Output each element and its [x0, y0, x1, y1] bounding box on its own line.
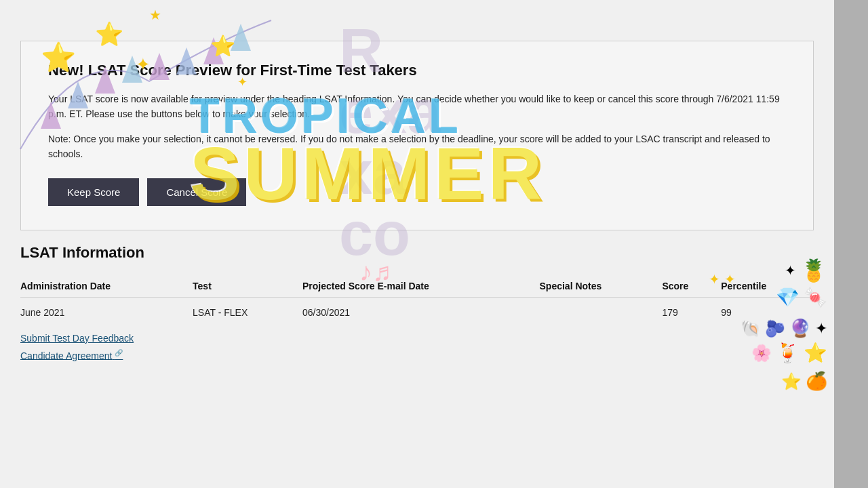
submit-feedback-link[interactable]: Submit Test Day Feedback: [20, 333, 807, 344]
cancel-score-button[interactable]: Cancel Score: [147, 178, 246, 206]
notification-paragraph2: Note: Once you make your selection, it c…: [48, 131, 786, 162]
col-percentile: Percentile: [721, 275, 814, 298]
button-row: Keep Score Cancel Score: [48, 178, 786, 206]
table-row-links: Submit Test Day Feedback Candidate Agree…: [20, 323, 814, 372]
notification-paragraph1: Your LSAT score is now available for pre…: [48, 92, 786, 122]
cell-admin-date: June 2021: [20, 297, 193, 323]
external-link-icon: 🔗: [115, 349, 123, 357]
col-score: Score: [662, 275, 721, 298]
notification-box: New! LSAT Score Preview for First-Time T…: [20, 41, 814, 230]
lsat-information-section: LSAT Information Administration Date Tes…: [20, 244, 814, 372]
col-admin-date: Administration Date: [20, 275, 193, 298]
cell-special-notes: [540, 297, 663, 323]
keep-score-button[interactable]: Keep Score: [48, 178, 139, 206]
main-content-area: New! LSAT Score Preview for First-Time T…: [0, 0, 834, 488]
col-special-notes: Special Notes: [540, 275, 663, 298]
cell-test: LSAT - FLEX: [193, 297, 302, 323]
lsat-section-title: LSAT Information: [20, 244, 814, 262]
scrollbar-area[interactable]: [834, 0, 868, 488]
cell-score: 179: [662, 297, 721, 323]
notification-title: New! LSAT Score Preview for First-Time T…: [48, 62, 786, 79]
col-test: Test: [193, 275, 302, 298]
col-projected-date: Projected Score E-mail Date: [302, 275, 540, 298]
candidate-agreement-link[interactable]: Candidate Agreement 🔗: [20, 349, 807, 361]
cell-percentile: 99: [721, 297, 814, 323]
lsat-table: Administration Date Test Projected Score…: [20, 275, 814, 372]
cell-projected-date: 06/30/2021: [302, 297, 540, 323]
table-row: June 2021 LSAT - FLEX 06/30/2021 179 99: [20, 297, 814, 323]
